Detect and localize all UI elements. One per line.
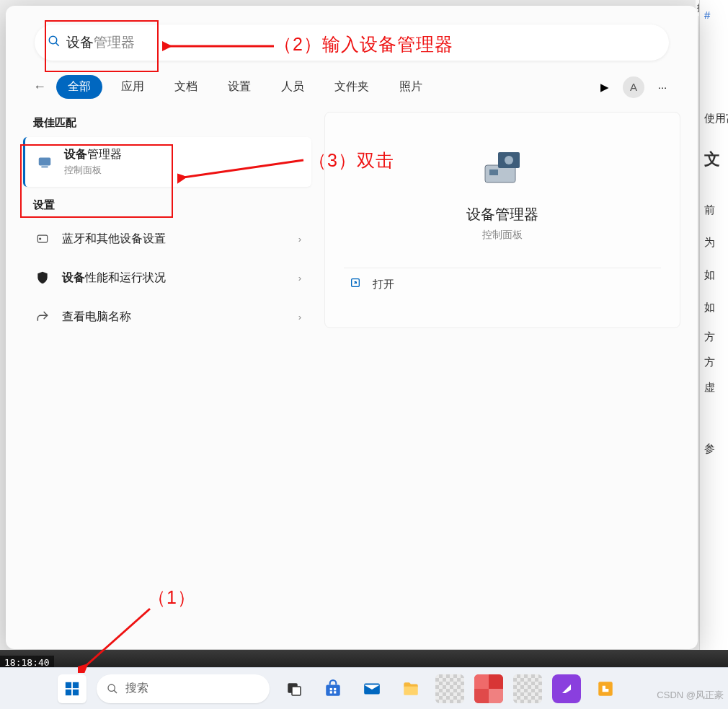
settings-header: 设置 xyxy=(33,198,311,212)
chevron-right-icon: › xyxy=(298,234,301,245)
back-arrow-icon[interactable]: ← xyxy=(30,79,49,94)
open-label: 打开 xyxy=(373,278,394,291)
svg-rect-2 xyxy=(39,157,51,165)
result-title: 设备管理器 xyxy=(64,147,301,162)
svg-rect-9 xyxy=(489,169,498,175)
result-subtitle: 控制面板 xyxy=(64,164,301,177)
detail-title: 设备管理器 xyxy=(344,205,661,224)
background-page-fragment: # 使用富 文 前 为 如 如 方 方 虚 参 xyxy=(699,0,728,664)
device-manager-icon xyxy=(35,153,54,172)
result-title: 查看电脑名称 xyxy=(62,309,298,325)
tab-apps[interactable]: 应用 xyxy=(110,75,156,99)
shield-icon xyxy=(33,268,52,287)
pinned-app-1[interactable] xyxy=(435,674,464,703)
svg-point-0 xyxy=(49,36,57,44)
taskbar-search-placeholder: 搜索 xyxy=(125,681,148,696)
result-device-performance[interactable]: 设备性能和运行状况 › xyxy=(23,258,311,297)
search-field[interactable]: 设备管理器 xyxy=(35,25,669,61)
chevron-right-icon: › xyxy=(298,273,301,283)
windows-search-panel: 设备管理器 ← 全部 应用 文档 设置 人员 文件夹 照片 ▶ A ··· 最佳… xyxy=(6,6,698,649)
svg-rect-18 xyxy=(292,687,301,695)
tab-people[interactable]: 人员 xyxy=(270,75,316,99)
results-column: 最佳匹配 设备管理器 控制面板 设置 蓝牙和其他设备设置 › xyxy=(23,112,311,336)
svg-point-5 xyxy=(40,238,41,239)
more-options-icon[interactable]: ··· xyxy=(652,76,673,98)
windows-taskbar: 搜索 xyxy=(0,667,728,709)
open-icon xyxy=(348,277,363,291)
tab-all[interactable]: 全部 xyxy=(56,75,102,99)
svg-point-15 xyxy=(108,684,115,691)
best-match-header: 最佳匹配 xyxy=(33,116,311,130)
svg-rect-3 xyxy=(41,166,48,167)
svg-rect-21 xyxy=(334,687,336,690)
bluetooth-icon xyxy=(33,229,52,248)
result-title: 设备性能和运行状况 xyxy=(62,270,298,286)
tab-photos[interactable]: 照片 xyxy=(388,75,434,99)
filter-tabs-row: ← 全部 应用 文档 设置 人员 文件夹 照片 ▶ A ··· xyxy=(23,71,680,112)
svg-point-8 xyxy=(505,156,513,164)
taskbar-search[interactable]: 搜索 xyxy=(97,674,270,703)
start-button[interactable] xyxy=(58,674,86,703)
chevron-right-icon: › xyxy=(298,312,301,322)
pinned-app-2[interactable] xyxy=(474,674,503,703)
background-hash: # xyxy=(700,3,728,27)
microsoft-store-icon[interactable] xyxy=(319,674,347,703)
svg-rect-12 xyxy=(73,682,79,687)
task-view-icon[interactable] xyxy=(280,674,308,703)
play-icon[interactable]: ▶ xyxy=(594,76,616,98)
result-bluetooth-settings[interactable]: 蓝牙和其他设备设置 › xyxy=(23,219,311,258)
open-action[interactable]: 打开 xyxy=(344,268,661,300)
tab-documents[interactable]: 文档 xyxy=(163,75,209,99)
svg-line-16 xyxy=(114,690,117,693)
svg-rect-11 xyxy=(66,682,71,687)
pinned-app-3[interactable] xyxy=(513,674,542,703)
watermark: CSDN @风正豪 xyxy=(657,689,724,702)
svg-rect-14 xyxy=(73,689,79,695)
tab-folders[interactable]: 文件夹 xyxy=(323,75,381,99)
search-input-text: 设备管理器 xyxy=(66,33,135,52)
mail-icon[interactable] xyxy=(358,674,386,703)
search-icon xyxy=(107,683,118,695)
result-device-manager[interactable]: 设备管理器 控制面板 xyxy=(23,137,311,187)
svg-rect-13 xyxy=(66,689,71,695)
svg-rect-23 xyxy=(334,691,336,693)
user-avatar[interactable]: A xyxy=(623,76,644,98)
detail-device-manager-icon xyxy=(477,141,528,192)
detail-subtitle: 控制面板 xyxy=(344,229,661,242)
tab-settings[interactable]: 设置 xyxy=(216,75,262,99)
svg-rect-22 xyxy=(330,691,332,693)
detail-pane: 设备管理器 控制面板 打开 xyxy=(324,112,680,328)
pinned-app-4[interactable] xyxy=(552,674,581,703)
svg-rect-20 xyxy=(330,687,332,690)
file-explorer-icon[interactable] xyxy=(396,674,425,703)
result-title: 蓝牙和其他设备设置 xyxy=(62,232,298,247)
svg-line-1 xyxy=(56,43,59,46)
share-icon xyxy=(33,307,52,326)
svg-rect-19 xyxy=(326,684,340,695)
svg-rect-25 xyxy=(404,686,418,695)
search-icon xyxy=(48,35,61,50)
result-pc-name[interactable]: 查看电脑名称 › xyxy=(23,297,311,336)
pinned-app-5[interactable] xyxy=(591,674,620,703)
